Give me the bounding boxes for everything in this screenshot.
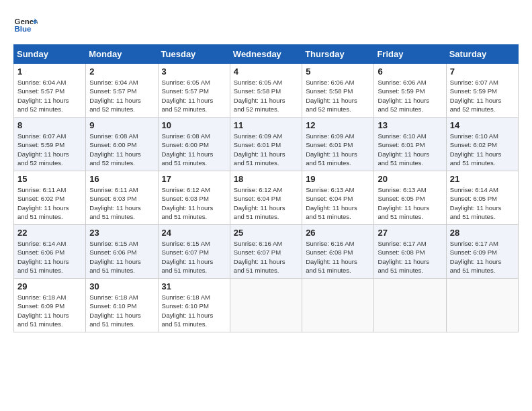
calendar-cell: 22Sunrise: 6:14 AM Sunset: 6:06 PM Dayli… xyxy=(14,225,86,279)
day-number: 15 xyxy=(17,174,82,184)
day-number: 21 xyxy=(450,174,515,184)
calendar-cell: 10Sunrise: 6:08 AM Sunset: 6:00 PM Dayli… xyxy=(158,118,230,171)
day-info: Sunrise: 6:08 AM Sunset: 6:00 PM Dayligh… xyxy=(162,132,226,167)
calendar-cell: 28Sunrise: 6:17 AM Sunset: 6:09 PM Dayli… xyxy=(446,225,518,279)
day-number: 19 xyxy=(306,174,370,184)
calendar-cell: 12Sunrise: 6:09 AM Sunset: 6:01 PM Dayli… xyxy=(302,118,374,171)
calendar-table: SundayMondayTuesdayWednesdayThursdayFrid… xyxy=(13,44,519,332)
calendar-cell: 1Sunrise: 6:04 AM Sunset: 5:57 PM Daylig… xyxy=(14,64,86,118)
day-info: Sunrise: 6:05 AM Sunset: 5:58 PM Dayligh… xyxy=(234,78,298,113)
week-row-4: 22Sunrise: 6:14 AM Sunset: 6:06 PM Dayli… xyxy=(14,225,519,279)
day-number: 8 xyxy=(17,120,82,130)
day-info: Sunrise: 6:06 AM Sunset: 5:59 PM Dayligh… xyxy=(378,78,442,113)
day-info: Sunrise: 6:15 AM Sunset: 6:07 PM Dayligh… xyxy=(162,239,226,275)
day-number: 26 xyxy=(306,228,370,238)
day-number: 2 xyxy=(89,66,154,77)
calendar-cell: 31Sunrise: 6:18 AM Sunset: 6:10 PM Dayli… xyxy=(158,279,230,332)
day-info: Sunrise: 6:12 AM Sunset: 6:03 PM Dayligh… xyxy=(162,185,226,221)
day-number: 14 xyxy=(450,120,515,130)
day-info: Sunrise: 6:09 AM Sunset: 6:01 PM Dayligh… xyxy=(306,132,370,167)
day-info: Sunrise: 6:11 AM Sunset: 6:03 PM Dayligh… xyxy=(89,185,154,221)
column-header-tuesday: Tuesday xyxy=(158,45,230,64)
calendar-cell xyxy=(230,279,302,332)
day-info: Sunrise: 6:18 AM Sunset: 6:10 PM Dayligh… xyxy=(162,293,226,328)
calendar-cell: 8Sunrise: 6:07 AM Sunset: 5:59 PM Daylig… xyxy=(14,118,86,171)
logo-icon: General Blue xyxy=(13,13,38,38)
day-number: 6 xyxy=(378,66,442,77)
day-info: Sunrise: 6:04 AM Sunset: 5:57 PM Dayligh… xyxy=(17,78,82,113)
week-row-5: 29Sunrise: 6:18 AM Sunset: 6:09 PM Dayli… xyxy=(14,279,519,332)
calendar-cell: 20Sunrise: 6:13 AM Sunset: 6:05 PM Dayli… xyxy=(374,171,446,225)
logo: General Blue xyxy=(13,13,38,38)
day-info: Sunrise: 6:13 AM Sunset: 6:05 PM Dayligh… xyxy=(378,185,442,221)
day-number: 20 xyxy=(378,174,442,184)
day-info: Sunrise: 6:16 AM Sunset: 6:08 PM Dayligh… xyxy=(306,239,370,275)
calendar-cell: 9Sunrise: 6:08 AM Sunset: 6:00 PM Daylig… xyxy=(86,118,158,171)
day-info: Sunrise: 6:11 AM Sunset: 6:02 PM Dayligh… xyxy=(17,185,82,221)
calendar-cell: 5Sunrise: 6:06 AM Sunset: 5:58 PM Daylig… xyxy=(302,64,374,118)
day-number: 11 xyxy=(234,120,298,130)
day-info: Sunrise: 6:07 AM Sunset: 5:59 PM Dayligh… xyxy=(17,132,82,167)
day-info: Sunrise: 6:17 AM Sunset: 6:08 PM Dayligh… xyxy=(378,239,442,275)
calendar-cell: 11Sunrise: 6:09 AM Sunset: 6:01 PM Dayli… xyxy=(230,118,302,171)
day-number: 1 xyxy=(17,66,82,77)
calendar-cell xyxy=(446,279,518,332)
day-number: 16 xyxy=(89,174,154,184)
day-number: 7 xyxy=(450,66,515,77)
day-number: 4 xyxy=(234,66,298,77)
calendar-cell: 7Sunrise: 6:07 AM Sunset: 5:59 PM Daylig… xyxy=(446,64,518,118)
day-number: 23 xyxy=(89,228,154,238)
day-number: 27 xyxy=(378,228,442,238)
day-info: Sunrise: 6:18 AM Sunset: 6:09 PM Dayligh… xyxy=(17,293,82,328)
calendar-cell: 25Sunrise: 6:16 AM Sunset: 6:07 PM Dayli… xyxy=(230,225,302,279)
week-row-2: 8Sunrise: 6:07 AM Sunset: 5:59 PM Daylig… xyxy=(14,118,519,171)
day-number: 22 xyxy=(17,228,82,238)
calendar-cell: 2Sunrise: 6:04 AM Sunset: 5:57 PM Daylig… xyxy=(86,64,158,118)
calendar-cell: 29Sunrise: 6:18 AM Sunset: 6:09 PM Dayli… xyxy=(14,279,86,332)
day-number: 30 xyxy=(89,281,154,291)
day-number: 24 xyxy=(162,228,226,238)
day-info: Sunrise: 6:13 AM Sunset: 6:04 PM Dayligh… xyxy=(306,185,370,221)
day-info: Sunrise: 6:16 AM Sunset: 6:07 PM Dayligh… xyxy=(234,239,298,275)
page-header: General Blue xyxy=(13,13,519,38)
svg-text:Blue: Blue xyxy=(14,25,32,33)
calendar-cell: 3Sunrise: 6:05 AM Sunset: 5:57 PM Daylig… xyxy=(158,64,230,118)
calendar-cell xyxy=(374,279,446,332)
calendar-cell xyxy=(302,279,374,332)
day-number: 10 xyxy=(162,120,226,130)
day-number: 25 xyxy=(234,228,298,238)
day-number: 18 xyxy=(234,174,298,184)
column-header-thursday: Thursday xyxy=(302,45,374,64)
day-number: 5 xyxy=(306,66,370,77)
column-header-monday: Monday xyxy=(86,45,158,64)
calendar-cell: 23Sunrise: 6:15 AM Sunset: 6:06 PM Dayli… xyxy=(86,225,158,279)
day-number: 13 xyxy=(378,120,442,130)
day-info: Sunrise: 6:14 AM Sunset: 6:05 PM Dayligh… xyxy=(450,185,515,221)
calendar-cell: 30Sunrise: 6:18 AM Sunset: 6:10 PM Dayli… xyxy=(86,279,158,332)
day-info: Sunrise: 6:10 AM Sunset: 6:02 PM Dayligh… xyxy=(450,132,515,167)
day-number: 12 xyxy=(306,120,370,130)
day-header-row: SundayMondayTuesdayWednesdayThursdayFrid… xyxy=(14,45,519,64)
column-header-saturday: Saturday xyxy=(446,45,518,64)
day-number: 31 xyxy=(162,281,226,291)
day-info: Sunrise: 6:10 AM Sunset: 6:01 PM Dayligh… xyxy=(378,132,442,167)
day-info: Sunrise: 6:08 AM Sunset: 6:00 PM Dayligh… xyxy=(89,132,154,167)
calendar-cell: 18Sunrise: 6:12 AM Sunset: 6:04 PM Dayli… xyxy=(230,171,302,225)
day-number: 9 xyxy=(89,120,154,130)
column-header-friday: Friday xyxy=(374,45,446,64)
day-info: Sunrise: 6:07 AM Sunset: 5:59 PM Dayligh… xyxy=(450,78,515,113)
day-info: Sunrise: 6:17 AM Sunset: 6:09 PM Dayligh… xyxy=(450,239,515,275)
day-number: 3 xyxy=(162,66,226,77)
day-info: Sunrise: 6:06 AM Sunset: 5:58 PM Dayligh… xyxy=(306,78,370,113)
calendar-cell: 26Sunrise: 6:16 AM Sunset: 6:08 PM Dayli… xyxy=(302,225,374,279)
day-number: 17 xyxy=(162,174,226,184)
week-row-3: 15Sunrise: 6:11 AM Sunset: 6:02 PM Dayli… xyxy=(14,171,519,225)
day-info: Sunrise: 6:18 AM Sunset: 6:10 PM Dayligh… xyxy=(89,293,154,328)
calendar-cell: 15Sunrise: 6:11 AM Sunset: 6:02 PM Dayli… xyxy=(14,171,86,225)
day-number: 28 xyxy=(450,228,515,238)
week-row-1: 1Sunrise: 6:04 AM Sunset: 5:57 PM Daylig… xyxy=(14,64,519,118)
column-header-sunday: Sunday xyxy=(14,45,86,64)
calendar-cell: 6Sunrise: 6:06 AM Sunset: 5:59 PM Daylig… xyxy=(374,64,446,118)
day-number: 29 xyxy=(17,281,82,291)
day-info: Sunrise: 6:09 AM Sunset: 6:01 PM Dayligh… xyxy=(234,132,298,167)
